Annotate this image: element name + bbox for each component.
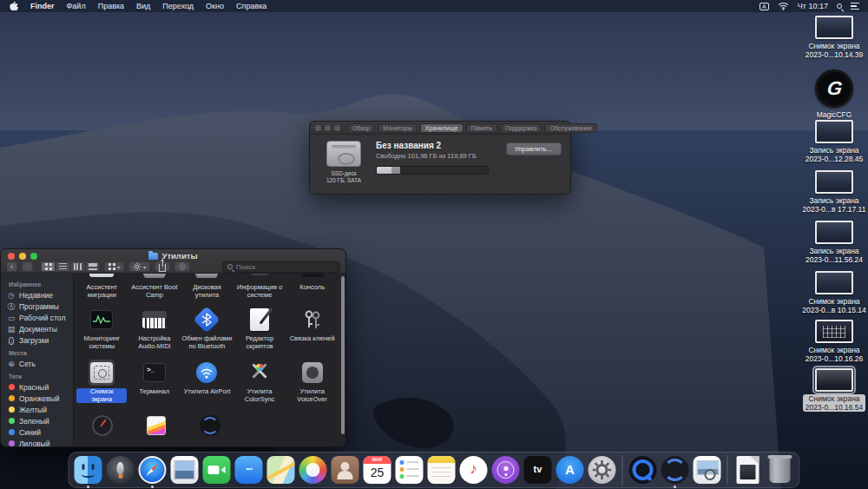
tags-button[interactable] — [174, 261, 190, 272]
menu-go[interactable]: Переход — [162, 2, 194, 10]
dock-system-preferences[interactable] — [588, 455, 617, 485]
finder-titlebar[interactable]: Утилиты ‹ › ▾ — [1, 249, 345, 274]
dock-calendar[interactable]: МАЯ 25 — [363, 455, 392, 485]
view-list-button[interactable] — [56, 261, 70, 272]
wifi-icon[interactable] — [778, 2, 789, 10]
app-activity-monitor[interactable]: Мониторинг системы — [76, 307, 128, 350]
dock-finder[interactable] — [74, 455, 103, 485]
dock-safari[interactable] — [138, 455, 168, 485]
forward-button[interactable]: › — [22, 261, 33, 272]
dock-maps[interactable] — [266, 455, 296, 485]
search-placeholder: Поиск — [236, 263, 255, 271]
desktop-file-screenshot-selected[interactable]: Снимок экрана2023-0...10.16.54 — [802, 368, 866, 412]
desktop-file-screenshot-3[interactable]: Снимок экрана2023-0...10.16.26 — [802, 320, 866, 363]
dock-notes[interactable] — [427, 455, 457, 485]
sidebar-tag-red[interactable]: Красный — [7, 381, 73, 393]
quicktime-icon — [629, 456, 657, 484]
app-audio-midi-setup[interactable]: Настройка Audio-MIDI — [128, 307, 181, 350]
app-digital-color-meter[interactable] — [76, 413, 129, 439]
sidebar-item-recents[interactable]: ◷Недавние — [7, 289, 73, 301]
sidebar-tag-orange[interactable]: Оранжевый — [7, 393, 73, 404]
app-screenshot-selected[interactable]: Снимок экрана — [76, 360, 128, 403]
input-source-icon[interactable]: A — [760, 3, 769, 10]
dock-app-store[interactable]: A — [556, 455, 585, 485]
menu-app-name[interactable]: Finder — [30, 2, 55, 10]
menu-help[interactable]: Справка — [236, 2, 266, 10]
dock-messages[interactable] — [234, 455, 264, 485]
desktop-file-recording-3[interactable]: Запись экрана2023-0...11.56.24 — [802, 221, 866, 264]
menu-bar-status: A Чт 10:17 — [760, 2, 868, 10]
app-boot-camp[interactable]: Ассистент Boot Camp — [128, 274, 181, 299]
sidebar-item-downloads[interactable]: ↓Загрузки — [7, 334, 73, 346]
group-button[interactable]: ▾ — [104, 261, 124, 272]
menu-clock[interactable]: Чт 10:17 — [798, 2, 828, 10]
document-file-icon — [737, 456, 760, 484]
desktop-file-screenshot-1[interactable]: Снимок экрана2023-0...10.14.39 — [802, 16, 866, 59]
sidebar-tag-purple[interactable]: Лиловый — [7, 438, 73, 446]
spotlight-icon[interactable] — [837, 3, 842, 9]
dock-sync-app[interactable] — [661, 455, 690, 485]
share-button[interactable] — [155, 261, 170, 272]
sidebar-item-applications[interactable]: ⒶПрограммы — [7, 301, 73, 312]
app-airport-utility[interactable]: Утилита AirPort — [181, 360, 233, 403]
menu-file[interactable]: Файл — [67, 2, 86, 10]
tab-service[interactable]: Обслуживание — [544, 123, 596, 133]
dock-music[interactable]: ♪ — [459, 455, 489, 485]
sidebar-tag-blue[interactable]: Синий — [7, 426, 73, 438]
tab-displays[interactable]: Мониторы — [378, 123, 418, 133]
dock-contacts[interactable] — [331, 455, 360, 485]
notification-center-icon[interactable] — [851, 3, 859, 10]
tab-support[interactable]: Поддержка — [500, 123, 542, 133]
app-script-editor[interactable]: Редактор скриптов — [233, 307, 286, 350]
dock-preview[interactable] — [693, 455, 722, 485]
dock-document[interactable] — [733, 455, 763, 485]
app-colorsync-profile[interactable] — [129, 413, 183, 439]
dock-mail[interactable] — [170, 455, 200, 485]
sidebar-item-network[interactable]: ⊕Сеть — [7, 358, 73, 369]
dock-reminders[interactable] — [395, 455, 424, 485]
app-disk-utility[interactable]: Дисковая утилита — [181, 274, 233, 299]
app-bluetooth-file-exchange[interactable]: Обмен файлами по Bluetooth — [181, 307, 233, 350]
view-columns-button[interactable] — [70, 261, 85, 272]
app-keychain-access[interactable]: Связка ключей — [286, 307, 339, 350]
window-controls-inactive[interactable] — [315, 125, 340, 131]
desktop-file-recording-2[interactable]: Запись экрана2023-0...в 17.17.11 — [802, 170, 866, 214]
dock-launchpad[interactable] — [106, 455, 135, 485]
view-icons-button[interactable] — [41, 261, 56, 272]
app-system-information[interactable]: Информация о системе — [233, 274, 286, 299]
apple-menu-icon[interactable] — [9, 1, 18, 11]
app-screen-sharing[interactable] — [183, 413, 237, 439]
search-field[interactable]: Поиск — [222, 261, 340, 273]
manage-button[interactable]: Управлять… — [506, 142, 562, 155]
dock-podcasts[interactable] — [491, 455, 521, 485]
tab-storage[interactable]: Хранилище — [420, 123, 464, 133]
dock-photos[interactable] — [299, 455, 328, 485]
menu-window[interactable]: Окно — [206, 2, 224, 10]
about-titlebar[interactable]: Обзор Мониторы Хранилище Память Поддержк… — [310, 122, 570, 135]
desktop-file-recording-1[interactable]: Запись экрана2023-0...12.28.45 — [802, 120, 866, 163]
tab-overview[interactable]: Обзор — [347, 123, 375, 133]
tab-memory[interactable]: Память — [466, 123, 497, 133]
sidebar-tag-green[interactable]: Зеленый — [7, 415, 73, 426]
menu-view[interactable]: Вид — [136, 2, 150, 10]
dock-tv[interactable]: tv — [523, 455, 553, 485]
columns-view-icon — [74, 263, 82, 270]
sidebar-tag-yellow[interactable]: Желтый — [7, 404, 73, 415]
app-terminal[interactable]: >_ Терминал — [128, 360, 181, 403]
app-colorsync-utility[interactable]: Утилита ColorSync — [233, 360, 286, 403]
dock-trash[interactable] — [766, 455, 795, 485]
sidebar-item-documents[interactable]: ▤Документы — [7, 323, 73, 334]
view-gallery-button[interactable] — [85, 261, 100, 272]
dock-facetime[interactable] — [202, 455, 232, 485]
scrollbar[interactable] — [341, 276, 345, 434]
app-console[interactable]: Консоль — [286, 274, 339, 299]
action-button[interactable]: ▾ — [128, 261, 150, 272]
menu-edit[interactable]: Правка — [98, 2, 124, 10]
app-voiceover-utility[interactable]: Утилита VoiceOver — [286, 360, 339, 403]
desktop-file-screenshot-2[interactable]: Снимок экрана2023-0...в 10.15.14 — [802, 271, 866, 314]
desktop-app-magiccfg[interactable]: G MagicCFG — [802, 69, 866, 119]
sidebar-item-desktop[interactable]: ▭Рабочий стол — [7, 312, 73, 323]
app-migration-assistant[interactable]: ⇄ Ассистент миграции — [76, 274, 128, 299]
dock-quicktime[interactable] — [628, 455, 658, 485]
back-button[interactable]: ‹ — [6, 261, 17, 272]
